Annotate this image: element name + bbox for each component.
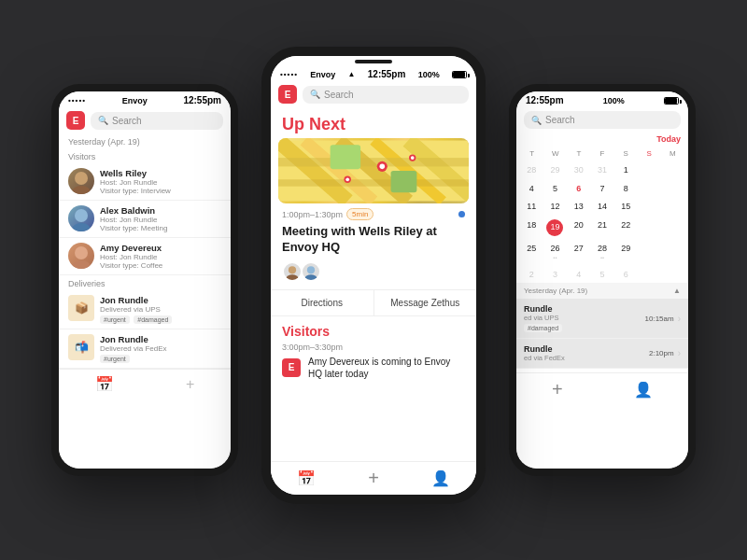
cal-5-next[interactable]: 5: [591, 266, 613, 284]
tag-urgent-1: #urgent: [100, 315, 130, 324]
cal-15[interactable]: 15: [614, 198, 637, 216]
svg-point-5: [72, 260, 91, 269]
visitor-item-wells[interactable]: Wells Riley Host: Jon Rundle Visitor typ…: [59, 163, 231, 201]
plus-nav-icon[interactable]: +: [186, 376, 194, 393]
r-plus-icon[interactable]: +: [552, 379, 563, 400]
package-icon-fedex: 📬: [68, 334, 94, 360]
search-icon: 🔍: [98, 116, 108, 125]
cal-2-next[interactable]: 2: [520, 266, 543, 284]
cal-18[interactable]: 18: [520, 217, 543, 239]
avatar-wells: [68, 168, 94, 194]
cal-3-next[interactable]: 3: [543, 266, 566, 284]
r-profile-icon[interactable]: 👤: [634, 381, 653, 399]
right-list-item-ups[interactable]: Rundle ed via UPS #damaged 10:15am ›: [516, 299, 688, 339]
right-search-bar[interactable]: 🔍 Search: [524, 111, 681, 129]
event-avatar-1: [282, 261, 303, 282]
left-search-label: Search: [112, 116, 142, 126]
svg-point-2: [75, 209, 88, 222]
cal-26[interactable]: 26: [543, 240, 566, 265]
cal-6[interactable]: 6: [568, 180, 590, 198]
svg-point-4: [75, 246, 88, 259]
cal-header-t1: T: [520, 147, 543, 160]
message-button[interactable]: Message Zethus: [374, 290, 477, 315]
cal-25[interactable]: 25: [520, 240, 543, 265]
map-svg: [278, 138, 469, 203]
cal-21[interactable]: 21: [591, 217, 613, 239]
cal-19-today[interactable]: 19: [543, 217, 566, 239]
center-search-bar[interactable]: 🔍 Search: [303, 86, 469, 104]
event-dot: [458, 211, 465, 217]
svg-point-19: [345, 177, 349, 181]
delivery-item-fedex[interactable]: 📬 Jon Rundle Delivered via FedEx #urgent: [59, 329, 231, 369]
left-search-bar[interactable]: 🔍 Search: [91, 112, 223, 130]
date-filter[interactable]: Yesterday (Apr. 19): [59, 133, 231, 148]
right-list-detail-fedex: ed via FedEx: [524, 354, 649, 362]
delivery-via-ups: Delivered via UPS: [100, 305, 174, 314]
cal-22[interactable]: 22: [614, 217, 637, 239]
cal-20[interactable]: 20: [568, 217, 590, 239]
center-plus-icon[interactable]: +: [368, 468, 379, 489]
cal-5[interactable]: 5: [543, 180, 566, 198]
cal-header-f: F: [590, 147, 613, 160]
svg-point-17: [379, 164, 385, 170]
delivery-item-ups[interactable]: 📦 Jon Rundle Delivered via UPS #urgent #…: [59, 290, 231, 329]
cal-blank10: [662, 240, 684, 265]
event-avatar-2: [301, 261, 321, 282]
calendar-nav-icon[interactable]: 📅: [95, 375, 114, 393]
right-list-name-fedex: Rundle: [524, 344, 649, 354]
svg-point-23: [286, 274, 298, 282]
delivery-name-fedex: Jon Rundle: [100, 334, 167, 344]
center-profile-icon[interactable]: 👤: [431, 469, 450, 487]
cal-31-prev[interactable]: 31: [591, 161, 613, 179]
calendar-grid: 28 29 30 31 1 4 5 6 7 8 11 12 13 14 15 1…: [516, 161, 688, 283]
cal-28[interactable]: 28: [591, 240, 613, 265]
cal-blank3: [638, 180, 660, 198]
cal-blank6: [662, 198, 684, 216]
map-area[interactable]: [278, 138, 469, 203]
tag-damaged: #damaged: [134, 315, 172, 324]
cal-4[interactable]: 4: [520, 180, 543, 198]
cal-27[interactable]: 27: [568, 240, 590, 265]
visitor-host-alex: Host: Jon Rundle: [100, 216, 167, 224]
visitor-event-time: 3:00pm–3:30pm: [282, 343, 465, 352]
c-search-label: Search: [324, 90, 354, 100]
visitor-item-amy[interactable]: Amy Devereux Host: Jon Rundle Visitor ty…: [59, 238, 231, 275]
r-search-icon: 🔍: [531, 116, 542, 125]
center-top-bar: E 🔍 Search: [271, 81, 476, 107]
center-calendar-icon[interactable]: 📅: [297, 469, 316, 487]
chevron-up-icon: ▲: [673, 287, 681, 295]
r-search-label: Search: [545, 115, 575, 125]
cal-blank9: [638, 240, 660, 265]
cal-14[interactable]: 14: [591, 198, 613, 216]
action-buttons: Directions Message Zethus: [271, 289, 476, 316]
delivery-name-ups: Jon Rundle: [100, 295, 174, 305]
cal-30-prev[interactable]: 30: [568, 161, 590, 179]
visitor-item-alex[interactable]: Alex Baldwin Host: Jon Rundle Visitor ty…: [59, 201, 231, 238]
app-logo: E: [66, 111, 85, 130]
cal-1[interactable]: 1: [614, 161, 637, 179]
cal-28-prev[interactable]: 28: [520, 161, 543, 179]
cal-blank12: [662, 266, 684, 284]
cal-7[interactable]: 7: [591, 180, 613, 198]
cal-8[interactable]: 8: [614, 180, 637, 198]
visitor-info-alex: Alex Baldwin Host: Jon Rundle Visitor ty…: [100, 205, 167, 232]
left-screen: ••••• Envoy 12:55pm E 🔍 Search Yesterday…: [59, 91, 231, 469]
right-list-info-fedex: Rundle ed via FedEx: [524, 344, 649, 362]
right-list-item-fedex[interactable]: Rundle ed via FedEx 2:10pm ›: [516, 339, 688, 369]
delivery-via-fedex: Delivered via FedEx: [100, 344, 167, 353]
right-status-bar: 12:55pm 100%: [516, 91, 688, 107]
c-carrier: Envoy: [310, 70, 335, 79]
cal-12[interactable]: 12: [543, 198, 566, 216]
cal-13[interactable]: 13: [568, 198, 590, 216]
center-app-logo: E: [278, 85, 297, 104]
cal-29-prev[interactable]: 29: [543, 161, 566, 179]
cal-6-next[interactable]: 6: [614, 266, 637, 284]
directions-button[interactable]: Directions: [271, 290, 374, 315]
left-bottom-nav: 📅 +: [59, 369, 231, 399]
cal-4-next[interactable]: 4: [568, 266, 590, 284]
svg-rect-13: [278, 179, 469, 186]
r-status-time: 12:55pm: [526, 95, 564, 105]
cal-11[interactable]: 11: [520, 198, 543, 216]
package-icon-ups: 📦: [68, 295, 94, 321]
cal-29[interactable]: 29: [614, 240, 637, 265]
